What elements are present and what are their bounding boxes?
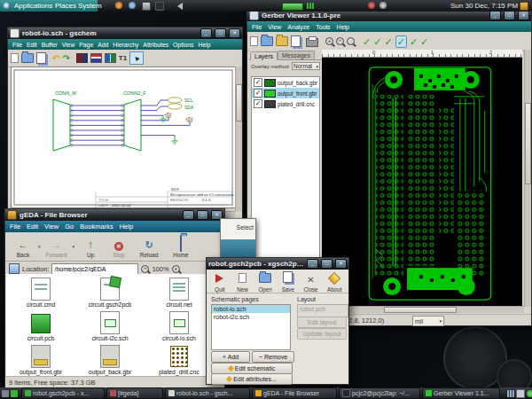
zoom-in-icon[interactable]: + [172, 265, 180, 273]
new-project-icon[interactable] [250, 36, 258, 46]
undo-icon[interactable]: ↶ [52, 53, 59, 63]
close-button[interactable]: ✕ Close [300, 270, 323, 293]
quit-button[interactable]: Quit [208, 270, 231, 293]
print-icon[interactable] [306, 38, 318, 47]
fb-menu-bookmarks[interactable]: Bookmarks [80, 223, 113, 231]
file-plated-drill-cnc[interactable]: plated_drill.cnc [148, 345, 210, 375]
gerbv-canvas[interactable] [322, 58, 522, 307]
back-button[interactable]: ← Back [8, 236, 38, 258]
add-bus-icon[interactable] [105, 53, 116, 63]
unit-select[interactable]: mil ▾ [412, 316, 444, 326]
file-view[interactable]: circuit.cmd circuit.gsch2pcb circuit.net… [6, 274, 217, 377]
zoom-out-icon[interactable]: − [336, 37, 344, 45]
tab-layers[interactable]: Layers [250, 51, 278, 60]
add-component-icon[interactable] [76, 53, 88, 63]
check-tool-5-icon[interactable]: ✓ [420, 36, 428, 47]
menu-places[interactable]: Places [55, 2, 76, 10]
distro-logo-icon[interactable] [3, 2, 10, 9]
gschem-menu-view[interactable]: View [62, 42, 75, 48]
gschem-titlebar[interactable]: robot-io.sch - gschem _ □ ✕ [8, 27, 242, 39]
fb-menu-go[interactable]: Go [65, 223, 74, 231]
globe-launcher-icon[interactable] [129, 2, 136, 9]
layer-row-drill[interactable]: plated_drill.cnc [252, 98, 319, 109]
zoom-fit-icon[interactable] [347, 37, 355, 45]
status-tray-icon[interactable] [527, 390, 532, 397]
zoom-in-icon[interactable]: + [325, 37, 333, 45]
edit-layout-button[interactable]: Edit layout [297, 317, 347, 328]
gsch2pcb-titlebar[interactable]: robot.gsch2pcb - xgsch2pcb _ □ ✕ [207, 258, 348, 270]
gschem-canvas[interactable]: CONN_M CONN2_F [11, 66, 236, 208]
schematic-pages-list[interactable]: robot-io.sch robot-i2c.sch [211, 304, 291, 350]
remove-page-button[interactable]: − Remove [252, 351, 294, 363]
task-filebrowser[interactable]: gEDA - File Browser [252, 387, 337, 399]
file-circuit-pcb[interactable]: circuit.pcb [10, 311, 72, 341]
add-net-icon[interactable] [90, 53, 102, 63]
up-button[interactable]: ↑ Up [76, 236, 105, 258]
fb-menu-edit[interactable]: Edit [27, 223, 38, 231]
gschem-menu-help[interactable]: Help [199, 42, 211, 48]
gsch2pcb-close-button[interactable]: ✕ [335, 259, 347, 269]
gerbv-menu-file[interactable]: File [252, 24, 262, 30]
add-page-button[interactable]: + Add [211, 351, 250, 363]
check-tool-4-icon[interactable]: ✓ [410, 36, 418, 47]
file-circuit-gsch2pcb[interactable]: circuit.gsch2pcb [79, 278, 141, 308]
gerbv-vscrollbar[interactable] [524, 50, 531, 307]
file-output-front-gbr[interactable]: output_front.gbr [10, 345, 72, 375]
filebrowser-titlebar[interactable]: gEDA - File Browser _ □ ✕ [5, 209, 224, 221]
task-gschem[interactable]: robot-io.sch - gsch... [165, 387, 250, 399]
gschem-menu-edit[interactable]: Edit [27, 42, 37, 48]
menu-system[interactable]: System [78, 2, 102, 10]
volume-icon[interactable] [177, 3, 183, 10]
fb-menu-help[interactable]: Help [120, 223, 133, 231]
gerbv-menu-tools[interactable]: Tools [316, 24, 330, 30]
screenshot-launcher-icon[interactable] [142, 2, 151, 11]
about-button[interactable]: About [322, 270, 347, 293]
tray-msg-icon[interactable] [379, 2, 387, 9]
filebrowser-maximize-button[interactable]: □ [197, 210, 208, 220]
gerbv-minimize-button[interactable]: _ [489, 11, 501, 20]
mail-tray-icon[interactable] [516, 389, 525, 398]
task-irc-geda[interactable]: [#geda] [106, 387, 163, 399]
file-circuit-cmd[interactable]: circuit.cmd [10, 278, 72, 308]
file-circuit-net[interactable]: circuit.net [148, 278, 210, 308]
select-mode-swatch[interactable] [221, 239, 255, 258]
check-tool-2-icon[interactable]: ✓ [373, 36, 381, 47]
gerbv-menu-help[interactable]: Help [337, 24, 349, 30]
gerbv-maximize-button[interactable]: □ [504, 11, 515, 20]
check-tool-3-icon[interactable]: ✓ [384, 36, 392, 47]
layer-row-front[interactable]: output_front.gbr [252, 88, 319, 98]
layer-front-swatch[interactable] [264, 90, 276, 98]
open-button[interactable]: Open [254, 270, 277, 293]
layer-drill-swatch[interactable] [264, 100, 276, 108]
open-file-icon[interactable] [21, 53, 34, 63]
location-icon[interactable] [9, 263, 20, 274]
pointer-tool-selected-icon[interactable]: ✓ [395, 35, 407, 48]
browser-launcher-icon[interactable] [115, 2, 122, 9]
gschem-menu-hierarchy[interactable]: Hierarchy [113, 42, 138, 48]
task-terminal[interactable]: pcjc2@pcjc2lap: ~/... [339, 387, 420, 399]
tab-messages[interactable]: Messages [278, 51, 315, 59]
gerbv-menu-analyze[interactable]: Analyze [287, 24, 309, 30]
gerbv-close-button[interactable]: ✕ [518, 11, 529, 20]
show-desktop-icon[interactable] [2, 390, 9, 397]
fb-menu-view[interactable]: View [44, 223, 59, 231]
layer-back-checkbox[interactable] [254, 78, 262, 87]
forward-button[interactable]: → Forward [41, 236, 73, 258]
gschem-close-button[interactable]: ✕ [229, 28, 240, 38]
stop-button[interactable]: ✕ Stop [105, 236, 133, 258]
new-button[interactable]: New [231, 270, 254, 293]
applet-pill[interactable] [282, 3, 303, 11]
menu-applications[interactable]: Applications [14, 2, 52, 10]
tray-update-icon[interactable] [368, 2, 375, 9]
terminal-launcher-icon[interactable] [155, 2, 164, 11]
new-file-icon[interactable] [11, 53, 19, 63]
file-output-back-gbr[interactable]: output_back.gbr [79, 345, 141, 375]
gschem-minimize-button[interactable]: _ [200, 28, 212, 38]
gerbv-hscrollbar[interactable] [322, 306, 524, 313]
check-tool-1-icon[interactable]: ✓ [363, 36, 371, 47]
gschem-menu-file[interactable]: File [12, 42, 22, 48]
layer-row-back[interactable]: output_back.gbr [252, 77, 319, 88]
layer-back-swatch[interactable] [264, 79, 276, 87]
cpu-graph-icon[interactable] [307, 3, 315, 9]
gsch2pcb-maximize-button[interactable]: □ [321, 259, 332, 269]
